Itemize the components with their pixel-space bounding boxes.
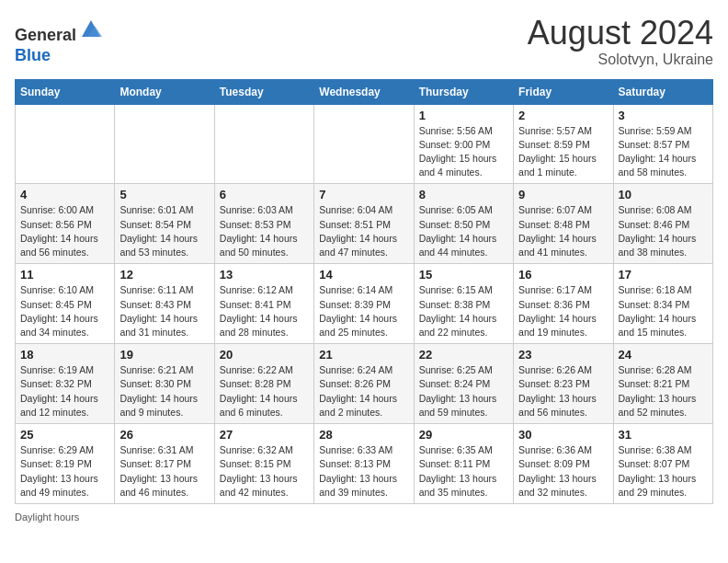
day-detail: Sunrise: 6:24 AMSunset: 8:26 PMDaylight:… xyxy=(319,363,408,419)
calendar-week-2: 4Sunrise: 6:00 AMSunset: 8:56 PMDaylight… xyxy=(16,184,713,264)
day-number: 13 xyxy=(220,268,309,282)
calendar-cell: 22Sunrise: 6:25 AMSunset: 8:24 PMDayligh… xyxy=(414,344,513,424)
title-block: August 2024 Solotvyn, Ukraine xyxy=(528,15,713,68)
day-detail: Sunrise: 5:57 AMSunset: 8:59 PMDaylight:… xyxy=(518,124,608,180)
month-year: August 2024 xyxy=(528,15,713,52)
calendar-cell: 4Sunrise: 6:00 AMSunset: 8:56 PMDaylight… xyxy=(16,184,115,264)
day-number: 22 xyxy=(419,348,508,362)
day-number: 25 xyxy=(20,428,109,442)
day-number: 6 xyxy=(220,188,309,201)
calendar-cell: 23Sunrise: 6:26 AMSunset: 8:23 PMDayligh… xyxy=(514,344,613,424)
day-number: 14 xyxy=(319,268,408,282)
day-number: 2 xyxy=(518,109,608,122)
col-header-sunday: Sunday xyxy=(16,79,115,104)
day-number: 3 xyxy=(619,109,708,122)
day-detail: Sunrise: 6:32 AMSunset: 8:15 PMDaylight:… xyxy=(220,443,309,500)
day-number: 5 xyxy=(119,188,209,201)
day-number: 16 xyxy=(518,268,608,282)
calendar-cell: 13Sunrise: 6:12 AMSunset: 8:41 PMDayligh… xyxy=(214,264,313,344)
day-detail: Sunrise: 6:31 AMSunset: 8:17 PMDaylight:… xyxy=(119,443,209,500)
calendar-cell: 15Sunrise: 6:15 AMSunset: 8:38 PMDayligh… xyxy=(414,264,513,344)
calendar-cell: 12Sunrise: 6:11 AMSunset: 8:43 PMDayligh… xyxy=(115,264,214,344)
day-detail: Sunrise: 5:59 AMSunset: 8:57 PMDaylight:… xyxy=(619,124,708,180)
day-detail: Sunrise: 6:18 AMSunset: 8:34 PMDaylight:… xyxy=(619,283,708,339)
day-detail: Sunrise: 6:14 AMSunset: 8:39 PMDaylight:… xyxy=(319,283,408,339)
day-number: 27 xyxy=(220,428,309,442)
calendar-cell xyxy=(115,104,214,184)
col-header-thursday: Thursday xyxy=(414,79,513,104)
calendar-cell xyxy=(314,104,414,184)
calendar-cell: 10Sunrise: 6:08 AMSunset: 8:46 PMDayligh… xyxy=(613,184,712,264)
day-number: 10 xyxy=(619,188,708,201)
day-detail: Sunrise: 6:05 AMSunset: 8:50 PMDaylight:… xyxy=(419,203,508,259)
day-detail: Sunrise: 6:33 AMSunset: 8:13 PMDaylight:… xyxy=(319,443,408,500)
calendar-cell: 7Sunrise: 6:04 AMSunset: 8:51 PMDaylight… xyxy=(314,184,414,264)
calendar-cell: 16Sunrise: 6:17 AMSunset: 8:36 PMDayligh… xyxy=(514,264,613,344)
calendar-cell: 28Sunrise: 6:33 AMSunset: 8:13 PMDayligh… xyxy=(314,424,414,504)
calendar-cell: 6Sunrise: 6:03 AMSunset: 8:53 PMDaylight… xyxy=(214,184,313,264)
day-number: 31 xyxy=(619,428,708,442)
day-number: 1 xyxy=(419,109,508,122)
day-detail: Sunrise: 6:19 AMSunset: 8:32 PMDaylight:… xyxy=(20,363,109,419)
calendar-cell: 20Sunrise: 6:22 AMSunset: 8:28 PMDayligh… xyxy=(214,344,313,424)
footer-note: Daylight hours xyxy=(15,511,713,523)
day-number: 26 xyxy=(119,428,209,442)
page-header: General Blue August 2024 Solotvyn, Ukrai… xyxy=(15,15,713,68)
calendar-cell: 5Sunrise: 6:01 AMSunset: 8:54 PMDaylight… xyxy=(115,184,214,264)
calendar-cell: 3Sunrise: 5:59 AMSunset: 8:57 PMDaylight… xyxy=(613,104,712,184)
logo-general: General xyxy=(15,26,76,44)
calendar-week-3: 11Sunrise: 6:10 AMSunset: 8:45 PMDayligh… xyxy=(16,264,713,344)
calendar-cell: 17Sunrise: 6:18 AMSunset: 8:34 PMDayligh… xyxy=(613,264,712,344)
calendar-cell: 18Sunrise: 6:19 AMSunset: 8:32 PMDayligh… xyxy=(16,344,115,424)
col-header-friday: Friday xyxy=(514,79,613,104)
day-number: 17 xyxy=(619,268,708,282)
calendar-cell: 21Sunrise: 6:24 AMSunset: 8:26 PMDayligh… xyxy=(314,344,414,424)
day-number: 23 xyxy=(518,348,608,362)
day-detail: Sunrise: 6:17 AMSunset: 8:36 PMDaylight:… xyxy=(518,283,608,339)
day-number: 7 xyxy=(319,188,408,201)
day-number: 28 xyxy=(319,428,408,442)
day-detail: Sunrise: 6:03 AMSunset: 8:53 PMDaylight:… xyxy=(220,203,309,259)
calendar-week-4: 18Sunrise: 6:19 AMSunset: 8:32 PMDayligh… xyxy=(16,344,713,424)
day-detail: Sunrise: 6:08 AMSunset: 8:46 PMDaylight:… xyxy=(619,203,708,259)
day-number: 18 xyxy=(20,348,109,362)
day-detail: Sunrise: 6:15 AMSunset: 8:38 PMDaylight:… xyxy=(419,283,508,339)
calendar-cell: 26Sunrise: 6:31 AMSunset: 8:17 PMDayligh… xyxy=(115,424,214,504)
day-detail: Sunrise: 6:29 AMSunset: 8:19 PMDaylight:… xyxy=(20,443,109,500)
day-detail: Sunrise: 6:21 AMSunset: 8:30 PMDaylight:… xyxy=(119,363,209,419)
calendar-cell: 14Sunrise: 6:14 AMSunset: 8:39 PMDayligh… xyxy=(314,264,414,344)
day-number: 21 xyxy=(319,348,408,362)
calendar-cell xyxy=(16,104,115,184)
day-detail: Sunrise: 6:00 AMSunset: 8:56 PMDaylight:… xyxy=(20,203,109,259)
col-header-saturday: Saturday xyxy=(613,79,712,104)
day-detail: Sunrise: 6:07 AMSunset: 8:48 PMDaylight:… xyxy=(518,203,608,259)
calendar-cell: 2Sunrise: 5:57 AMSunset: 8:59 PMDaylight… xyxy=(514,104,613,184)
day-detail: Sunrise: 5:56 AMSunset: 9:00 PMDaylight:… xyxy=(419,124,508,180)
col-header-tuesday: Tuesday xyxy=(214,79,313,104)
calendar-cell: 8Sunrise: 6:05 AMSunset: 8:50 PMDaylight… xyxy=(414,184,513,264)
day-number: 11 xyxy=(20,268,109,282)
logo-blue: Blue xyxy=(15,46,51,64)
day-number: 30 xyxy=(518,428,608,442)
calendar-cell: 31Sunrise: 6:38 AMSunset: 8:07 PMDayligh… xyxy=(613,424,712,504)
day-number: 20 xyxy=(220,348,309,362)
day-number: 4 xyxy=(20,188,109,201)
col-header-monday: Monday xyxy=(115,79,214,104)
calendar-cell: 29Sunrise: 6:35 AMSunset: 8:11 PMDayligh… xyxy=(414,424,513,504)
day-detail: Sunrise: 6:01 AMSunset: 8:54 PMDaylight:… xyxy=(119,203,209,259)
day-detail: Sunrise: 6:12 AMSunset: 8:41 PMDaylight:… xyxy=(220,283,309,339)
calendar-week-5: 25Sunrise: 6:29 AMSunset: 8:19 PMDayligh… xyxy=(16,424,713,504)
day-number: 15 xyxy=(419,268,508,282)
day-detail: Sunrise: 6:38 AMSunset: 8:07 PMDaylight:… xyxy=(619,443,708,500)
day-detail: Sunrise: 6:35 AMSunset: 8:11 PMDaylight:… xyxy=(419,443,508,500)
day-number: 9 xyxy=(518,188,608,201)
day-detail: Sunrise: 6:26 AMSunset: 8:23 PMDaylight:… xyxy=(518,363,608,419)
calendar-header-row: SundayMondayTuesdayWednesdayThursdayFrid… xyxy=(16,79,713,104)
calendar-cell: 30Sunrise: 6:36 AMSunset: 8:09 PMDayligh… xyxy=(514,424,613,504)
calendar-week-1: 1Sunrise: 5:56 AMSunset: 9:00 PMDaylight… xyxy=(16,104,713,184)
calendar-cell: 19Sunrise: 6:21 AMSunset: 8:30 PMDayligh… xyxy=(115,344,214,424)
day-detail: Sunrise: 6:22 AMSunset: 8:28 PMDaylight:… xyxy=(220,363,309,419)
day-detail: Sunrise: 6:36 AMSunset: 8:09 PMDaylight:… xyxy=(518,443,608,500)
col-header-wednesday: Wednesday xyxy=(314,79,414,104)
day-number: 24 xyxy=(619,348,708,362)
